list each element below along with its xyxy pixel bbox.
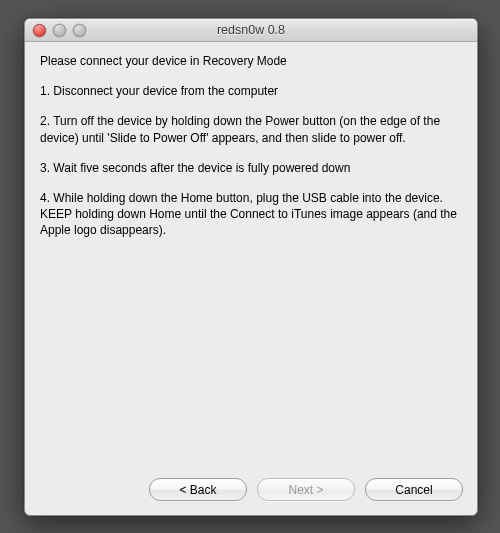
- step-2: 2. Turn off the device by holding down t…: [40, 113, 462, 145]
- window-title: redsn0w 0.8: [25, 23, 477, 37]
- button-row: < Back Next > Cancel: [149, 478, 463, 501]
- back-button[interactable]: < Back: [149, 478, 247, 501]
- app-window: redsn0w 0.8 Please connect your device i…: [24, 18, 478, 516]
- content-pane: Please connect your device in Recovery M…: [40, 53, 462, 460]
- step-4: 4. While holding down the Home button, p…: [40, 190, 462, 239]
- step-1: 1. Disconnect your device from the compu…: [40, 83, 462, 99]
- close-icon[interactable]: [33, 24, 46, 37]
- instruction-heading: Please connect your device in Recovery M…: [40, 53, 462, 69]
- next-button: Next >: [257, 478, 355, 501]
- cancel-button[interactable]: Cancel: [365, 478, 463, 501]
- step-3: 3. Wait five seconds after the device is…: [40, 160, 462, 176]
- zoom-icon[interactable]: [73, 24, 86, 37]
- titlebar: redsn0w 0.8: [25, 19, 477, 42]
- window-controls: [25, 19, 86, 41]
- minimize-icon[interactable]: [53, 24, 66, 37]
